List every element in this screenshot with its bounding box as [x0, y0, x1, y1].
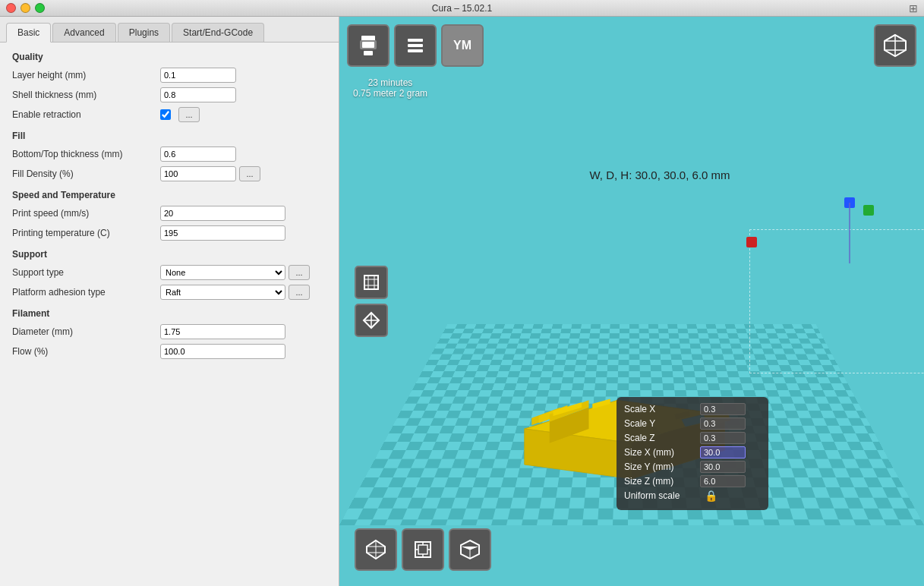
bottom-top-thickness-label: Bottom/Top thickness (mm) — [12, 149, 160, 159]
enable-retraction-label: Enable retraction — [12, 109, 160, 120]
settings-content: Quality Layer height (mm) Shell thicknes… — [0, 43, 339, 586]
axis-vertical-line — [849, 203, 850, 263]
scale-z-row: Scale Z — [624, 432, 761, 444]
flow-input[interactable] — [160, 344, 285, 359]
print-speed-label: Print speed (mm/s) — [12, 208, 160, 219]
scale-icon-1[interactable] — [355, 266, 388, 299]
bottom-icon-3[interactable] — [449, 528, 491, 571]
tab-plugins[interactable]: Plugins — [118, 23, 170, 42]
scale-icon-2[interactable] — [355, 304, 388, 337]
time-material: 0.75 meter 2 gram — [353, 88, 427, 99]
axis-cube-red — [746, 237, 757, 247]
svg-rect-3 — [364, 51, 373, 55]
time-minutes: 23 minutes — [353, 77, 427, 88]
fill-density-row: Fill Density (%) ... — [12, 165, 326, 182]
tab-advanced[interactable]: Advanced — [52, 23, 115, 42]
scale-y-label: Scale Y — [624, 418, 700, 429]
enable-retraction-checkbox[interactable] — [160, 109, 171, 120]
support-type-label: Support type — [12, 267, 160, 278]
svg-rect-2 — [362, 42, 374, 48]
layer-height-row: Layer height (mm) — [12, 67, 326, 83]
scale-x-input[interactable] — [700, 403, 746, 415]
size-z-row: Size Z (mm) — [624, 475, 761, 487]
toolbar-icon-ym[interactable]: YM — [441, 24, 484, 67]
platform-adhesion-label: Platform adhesion type — [12, 287, 160, 298]
flow-label: Flow (%) — [12, 346, 160, 357]
minimize-button[interactable] — [20, 3, 30, 13]
size-x-label: Size X (mm) — [624, 447, 700, 458]
size-y-input[interactable] — [700, 461, 746, 473]
bottom-toolbar — [355, 528, 491, 571]
close-button[interactable] — [6, 3, 16, 13]
tab-basic[interactable]: Basic — [6, 23, 51, 43]
uniform-scale-row: Uniform scale 🔒 — [624, 490, 761, 502]
size-z-label: Size Z (mm) — [624, 476, 700, 487]
window-title: Cura – 15.02.1 — [432, 3, 492, 14]
lock-icon[interactable]: 🔒 — [705, 490, 717, 502]
scale-x-row: Scale X — [624, 403, 761, 415]
dimensions-text: W, D, H: 30.0, 30.0, 6.0 mm — [589, 169, 730, 181]
svg-rect-4 — [408, 39, 423, 42]
title-bar: Cura – 15.02.1 ⊞ — [0, 0, 924, 17]
support-header: Support — [12, 249, 326, 260]
size-z-input[interactable] — [700, 475, 746, 487]
enable-retraction-btn[interactable]: ... — [178, 107, 200, 122]
platform-adhesion-row: Platform adhesion type None Brim Raft ..… — [12, 284, 326, 301]
toolbar-icon-2[interactable] — [394, 24, 437, 67]
layer-height-label: Layer height (mm) — [12, 70, 160, 80]
toolbar-icon-1[interactable] — [347, 24, 389, 67]
print-speed-input[interactable] — [160, 206, 285, 221]
bottom-icon-1[interactable] — [355, 528, 397, 571]
diameter-row: Diameter (mm) — [12, 323, 326, 340]
fill-density-label: Fill Density (%) — [12, 169, 160, 179]
main-layout: Basic Advanced Plugins Start/End-GCode Q… — [0, 17, 924, 586]
scale-y-input[interactable] — [700, 417, 746, 430]
bottom-icon-2[interactable] — [402, 528, 444, 571]
left-scale-toolbar — [355, 266, 388, 337]
scale-z-label: Scale Z — [624, 433, 700, 443]
bottom-top-thickness-row: Bottom/Top thickness (mm) — [12, 146, 326, 162]
svg-rect-5 — [408, 44, 423, 47]
filament-header: Filament — [12, 308, 326, 319]
support-type-row: Support type None Touching buildplate Ev… — [12, 264, 326, 281]
viewport: YM 23 minutes 0.75 meter 2 gram W, D, H:… — [339, 17, 924, 586]
enable-retraction-row: Enable retraction ... — [12, 106, 326, 123]
top-toolbar: YM — [347, 24, 484, 67]
svg-rect-6 — [408, 49, 423, 52]
layer-height-input[interactable] — [160, 68, 236, 83]
flow-row: Flow (%) — [12, 343, 326, 360]
diameter-input[interactable] — [160, 324, 285, 339]
fill-density-btn[interactable]: ... — [239, 166, 260, 181]
uniform-scale-label: Uniform scale — [624, 490, 700, 501]
fill-header: Fill — [12, 131, 326, 141]
size-y-row: Size Y (mm) — [624, 461, 761, 473]
platform-adhesion-select[interactable]: None Brim Raft — [160, 285, 285, 300]
size-y-label: Size Y (mm) — [624, 462, 700, 472]
title-bar-right-icon: ⊞ — [909, 2, 918, 14]
tab-start-end[interactable]: Start/End-GCode — [172, 23, 264, 42]
axis-cube-green — [863, 205, 874, 216]
scale-x-label: Scale X — [624, 404, 700, 414]
shell-thickness-label: Shell thickness (mm) — [12, 90, 160, 100]
shell-thickness-input[interactable] — [160, 87, 236, 102]
window-controls — [6, 3, 45, 13]
maximize-button[interactable] — [35, 3, 45, 13]
platform-adhesion-btn[interactable]: ... — [289, 285, 310, 300]
top-right-icon[interactable] — [874, 24, 916, 67]
quality-header: Quality — [12, 52, 326, 62]
fill-density-input[interactable] — [160, 166, 236, 181]
size-x-input[interactable] — [700, 446, 746, 458]
enable-retraction-checkbox-area: ... — [160, 107, 200, 122]
scale-panel: Scale X Scale Y Scale Z Size X (mm) Size… — [617, 397, 768, 510]
svg-rect-23 — [418, 545, 427, 554]
support-type-select[interactable]: None Touching buildplate Everywhere — [160, 265, 285, 280]
bottom-top-thickness-input[interactable] — [160, 146, 236, 162]
tabs-bar: Basic Advanced Plugins Start/End-GCode — [0, 17, 339, 43]
speed-temp-header: Speed and Temperature — [12, 190, 326, 200]
printing-temp-label: Printing temperature (C) — [12, 228, 160, 238]
printing-temp-input[interactable] — [160, 225, 285, 241]
support-type-btn[interactable]: ... — [289, 265, 310, 280]
print-speed-row: Print speed (mm/s) — [12, 205, 326, 222]
scale-z-input[interactable] — [700, 432, 746, 444]
size-x-row: Size X (mm) — [624, 446, 761, 458]
